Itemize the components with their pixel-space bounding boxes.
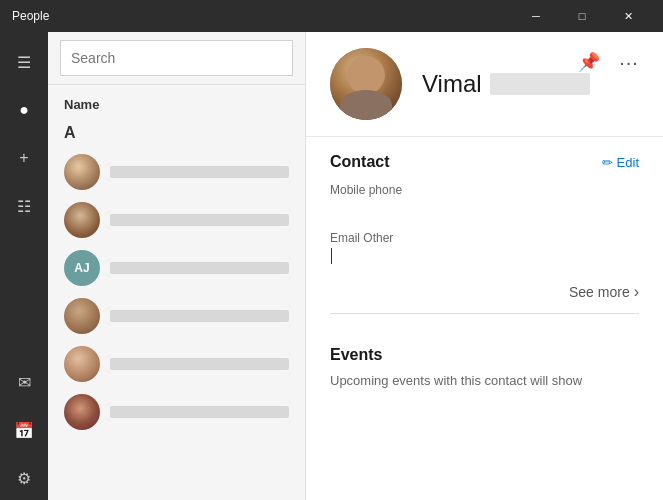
events-section: Events Upcoming events with this contact… [306,330,663,406]
mobile-phone-field: Mobile phone [330,183,639,217]
contact-header: 📌 ··· Vimal [306,32,663,137]
settings-icon: ⚙ [17,469,31,488]
contact-name-blur [110,406,289,418]
avatar: AJ [64,250,100,286]
edit-label: Edit [617,155,639,170]
window-controls: ─ □ ✕ [513,0,651,32]
list-item[interactable] [48,388,305,436]
detail-panel: 📌 ··· Vimal Contact [306,32,663,500]
see-more-button[interactable]: See more › [569,283,639,301]
filter-icon: ☷ [17,197,31,216]
maximize-button[interactable]: □ [559,0,605,32]
avatar [64,154,100,190]
pin-icon: 📌 [578,51,600,73]
filter-button[interactable]: ☷ [2,184,46,228]
add-contact-button[interactable]: + [2,136,46,180]
chevron-right-icon: › [634,283,639,301]
calendar-icon: 📅 [14,421,34,440]
mobile-phone-label: Mobile phone [330,183,639,197]
contact-first-name: Vimal [422,70,482,98]
list-item[interactable] [48,340,305,388]
contact-avatar-large [330,48,402,120]
mobile-phone-value [330,199,639,217]
avatar [64,202,100,238]
menu-icon: ☰ [17,53,31,72]
add-icon: + [19,149,28,167]
contact-name-blur [110,262,289,274]
main-layout: ☰ ● + ☷ ✉ 📅 ⚙ [0,32,663,500]
email-other-value [330,247,639,265]
contact-name-blur [110,214,289,226]
icon-sidebar: ☰ ● + ☷ ✉ 📅 ⚙ [0,32,48,500]
search-input[interactable] [60,40,293,76]
contact-panel: Name A AJ [48,32,306,500]
close-button[interactable]: ✕ [605,0,651,32]
avatar [64,346,100,382]
email-other-field: Email Other [330,231,639,265]
more-icon: ··· [619,51,639,74]
see-more-row: See more › [330,279,639,314]
person-icon: ● [19,101,29,119]
list-item[interactable] [48,196,305,244]
list-item[interactable] [48,292,305,340]
section-header: Contact ✏ Edit [330,153,639,171]
contact-last-name-blur [490,73,590,95]
contact-name-blur [110,310,289,322]
contact-name-blur [110,166,289,178]
contact-section: Contact ✏ Edit Mobile phone Email Other [306,137,663,330]
list-item[interactable] [48,148,305,196]
avatar-photo [330,48,402,120]
edit-icon: ✏ [602,155,613,170]
mail-icon: ✉ [18,373,31,392]
list-item[interactable]: AJ [48,244,305,292]
section-title: Contact [330,153,390,171]
search-bar [48,32,305,85]
contact-name-blur [110,358,289,370]
see-more-label: See more [569,284,630,300]
text-cursor [331,248,332,264]
mail-button[interactable]: ✉ [2,360,46,404]
calendar-button[interactable]: 📅 [2,408,46,452]
avatar [64,298,100,334]
edit-button[interactable]: ✏ Edit [602,155,639,170]
app-title: People [12,9,513,23]
alpha-section-header: A [48,120,305,148]
name-column-header: Name [48,93,305,120]
avatar [64,394,100,430]
avatar-initials-text: AJ [74,261,89,275]
email-other-label: Email Other [330,231,639,245]
events-description: Upcoming events with this contact will s… [330,372,639,390]
menu-button[interactable]: ☰ [2,40,46,84]
app-window: People ─ □ ✕ ☰ ● + ☷ ✉ [0,0,663,500]
more-options-button[interactable]: ··· [611,44,647,80]
events-title: Events [330,346,639,364]
settings-button[interactable]: ⚙ [2,456,46,500]
contact-full-name: Vimal [422,70,590,98]
titlebar: People ─ □ ✕ [0,0,663,32]
people-button[interactable]: ● [2,88,46,132]
contact-list: Name A AJ [48,85,305,500]
minimize-button[interactable]: ─ [513,0,559,32]
